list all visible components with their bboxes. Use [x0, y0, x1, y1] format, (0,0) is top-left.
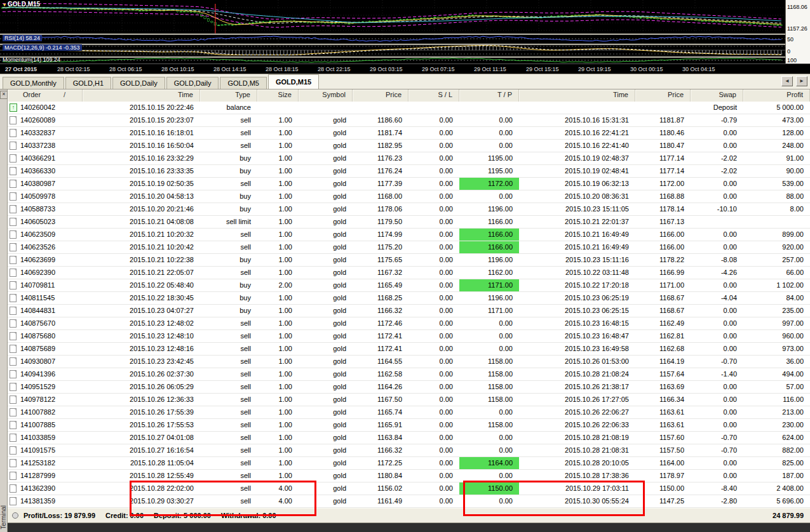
cell-profit: 128.00	[743, 127, 810, 139]
chart-tab-gold-daily[interactable]: GOLD,Daily	[112, 77, 165, 89]
cell-order: 141091575	[8, 444, 83, 456]
column-header-type[interactable]: Type	[200, 90, 257, 102]
chart-tab-gold-monthly[interactable]: GOLD,Monthly	[3, 77, 64, 89]
cell-type: sell	[200, 457, 257, 469]
column-header-price[interactable]: Price	[353, 90, 408, 102]
chart-panel[interactable]: ▾GOLD,M15 RSI(14) 58.24 MACD(12,26,9) -0…	[0, 0, 810, 74]
table-row[interactable]: 1412879992015.10.28 12:55:49sell1.00gold…	[8, 470, 810, 482]
table-row[interactable]: 1402600892015.10.15 20:23:07sell1.00gold…	[8, 114, 810, 127]
cell-sl: 0.00	[408, 368, 459, 380]
cell-profit: 257.00	[743, 254, 810, 266]
cell-time: 2015.10.26 12:36:33	[83, 394, 200, 406]
column-header-profit[interactable]: Profit	[743, 90, 810, 102]
table-row[interactable]: 1403663302015.10.16 23:33:35buy1.00gold1…	[8, 165, 810, 178]
momentum-scale-value: 100	[787, 57, 797, 63]
table-row[interactable]: 1406235262015.10.21 10:20:42sell1.00gold…	[8, 241, 810, 254]
order-doc-icon	[10, 408, 17, 416]
table-row[interactable]: 1410078822015.10.26 17:55:39sell1.00gold…	[8, 406, 810, 419]
cell-price: 1175.20	[353, 241, 408, 253]
table-row[interactable]: 1406235092015.10.21 10:20:32sell1.00gold…	[8, 229, 810, 241]
table-row[interactable]: 1403372382015.10.16 16:50:04sell1.00gold…	[8, 140, 810, 152]
column-header-order[interactable]: Order/	[8, 90, 83, 102]
cell-order: 140623526	[8, 241, 83, 253]
cell-price: 1163.84	[353, 432, 408, 444]
table-row[interactable]: 1410338592015.10.27 04:01:08sell1.00gold…	[8, 432, 810, 444]
time-axis-label: 28 Oct 10:15	[161, 66, 194, 72]
cell-price: 1164.55	[353, 356, 408, 368]
column-header-time[interactable]: Time	[83, 90, 200, 102]
table-row[interactable]: 1405887332015.10.20 20:21:46buy1.00gold1…	[8, 203, 810, 216]
chart-tab-gold-daily[interactable]: GOLD,Daily	[166, 77, 219, 89]
cell-size: 1.00	[257, 254, 299, 266]
table-row[interactable]: 1410078852015.10.26 17:55:53sell1.00gold…	[8, 419, 810, 432]
cell-cprice: 1171.00	[635, 279, 691, 291]
cell-time: 2015.10.16 23:32:29	[83, 152, 200, 164]
table-row[interactable]: 1409413962015.10.26 02:37:30sell1.00gold…	[8, 368, 810, 381]
table-row[interactable]: 1405099782015.10.20 04:58:13buy1.00gold1…	[8, 190, 810, 203]
table-row[interactable]: 1409781222015.10.26 12:36:33sell1.00gold…	[8, 394, 810, 406]
table-row[interactable]: 1413813592015.10.29 03:30:27sell4.00gold…	[8, 495, 810, 508]
cell-tp: 0.00	[459, 343, 519, 355]
chart-dropdown-icon: ▾	[3, 2, 6, 8]
cell-symbol: gold	[299, 419, 353, 431]
chart-tab-gold-m5[interactable]: GOLD,M5	[220, 77, 267, 89]
table-row[interactable]: 1406923902015.10.21 22:05:07sell1.00gold…	[8, 267, 810, 279]
table-row[interactable]: 1403662912015.10.16 23:32:29buy1.00gold1…	[8, 152, 810, 165]
cell-symbol: gold	[299, 432, 353, 444]
cell-ctime: 2015.10.23 06:25:19	[519, 292, 635, 304]
tab-scroll-left-icon[interactable]: ◄	[781, 76, 793, 86]
table-row[interactable]: 1407098112015.10.22 05:48:40buy2.00gold1…	[8, 279, 810, 292]
table-row[interactable]: 1413623902015.10.28 22:02:00sell4.00gold…	[8, 482, 810, 495]
cell-symbol: gold	[299, 216, 353, 228]
order-doc-icon	[10, 345, 17, 353]
cell-profit: 36.00	[743, 356, 810, 368]
cell-profit: 66.00	[743, 267, 810, 279]
cell-tp	[459, 102, 519, 114]
column-header-close-time[interactable]: Time	[519, 90, 635, 102]
cell-price: 1165.74	[353, 406, 408, 418]
cell-order: 140951529	[8, 381, 83, 393]
cell-swap: -0.79	[691, 114, 743, 126]
chart-tab-gold-m15[interactable]: GOLD,M15	[268, 74, 319, 89]
table-row[interactable]: 1403809872015.10.19 02:50:35sell1.00gold…	[8, 178, 810, 190]
table-row[interactable]: 1408756802015.10.23 12:48:10sell1.00gold…	[8, 330, 810, 343]
cell-profit: 248.00	[743, 140, 810, 152]
cell-profit: 213.00	[743, 406, 810, 418]
chart-time-axis[interactable]: 27 Oct 201528 Oct 02:1528 Oct 06:1528 Oc…	[0, 63, 810, 74]
cell-order: 140588733	[8, 203, 83, 215]
table-row[interactable]: 1406236992015.10.21 10:22:38buy1.00gold1…	[8, 254, 810, 267]
column-header-size[interactable]: Size	[257, 90, 299, 102]
cell-swap: 0.00	[691, 279, 743, 291]
order-doc-icon	[10, 383, 17, 391]
column-header-close-price[interactable]: Price	[635, 90, 691, 102]
cell-sl	[408, 102, 459, 114]
tab-scroll-right-icon[interactable]: ►	[796, 76, 807, 86]
table-row[interactable]: 1409515292015.10.26 06:05:29sell1.00gold…	[8, 381, 810, 394]
cell-sl: 0.00	[408, 190, 459, 203]
chart-tab-gold-h1[interactable]: GOLD,H1	[65, 77, 111, 89]
table-row[interactable]: 1409308072015.10.23 23:42:45sell1.00gold…	[8, 356, 810, 368]
cell-sl: 0.00	[408, 178, 459, 190]
cell-price: 1181.74	[353, 127, 408, 139]
table-row[interactable]: 1412531822015.10.28 11:05:04sell1.00gold…	[8, 457, 810, 470]
table-row[interactable]: 1408448312015.10.23 04:07:27buy1.00gold1…	[8, 305, 810, 317]
cell-symbol: gold	[299, 279, 353, 291]
terminal-close-button[interactable]: ×	[0, 91, 8, 99]
column-header-tp[interactable]: T / P	[459, 90, 519, 102]
column-header-sl[interactable]: S / L	[408, 90, 459, 102]
table-row[interactable]: 1408756892015.10.23 12:48:16sell1.00gold…	[8, 343, 810, 356]
chart-price-scale[interactable]: 1168.06 1157.26 50 0 100	[785, 0, 810, 63]
order-doc-icon	[10, 230, 17, 239]
column-header-swap[interactable]: Swap	[691, 90, 743, 102]
order-doc-icon	[10, 307, 17, 315]
column-header-symbol[interactable]: Symbol	[299, 90, 353, 102]
table-row[interactable]: 1408115452015.10.22 18:30:45buy1.00gold1…	[8, 292, 810, 305]
order-doc-icon	[10, 396, 17, 404]
table-row[interactable]: 1406050232015.10.21 04:08:08sell limit1.…	[8, 216, 810, 229]
table-row[interactable]: 1408756702015.10.23 12:48:02sell1.00gold…	[8, 317, 810, 330]
cell-price: 1162.58	[353, 368, 408, 380]
table-row[interactable]: 1410915752015.10.27 16:16:54sell1.00gold…	[8, 444, 810, 457]
table-row[interactable]: 1403328372015.10.16 16:18:01sell1.00gold…	[8, 127, 810, 140]
table-row[interactable]: ↑1402600422015.10.15 20:22:46balanceDepo…	[8, 102, 810, 114]
cell-symbol: gold	[299, 356, 353, 368]
